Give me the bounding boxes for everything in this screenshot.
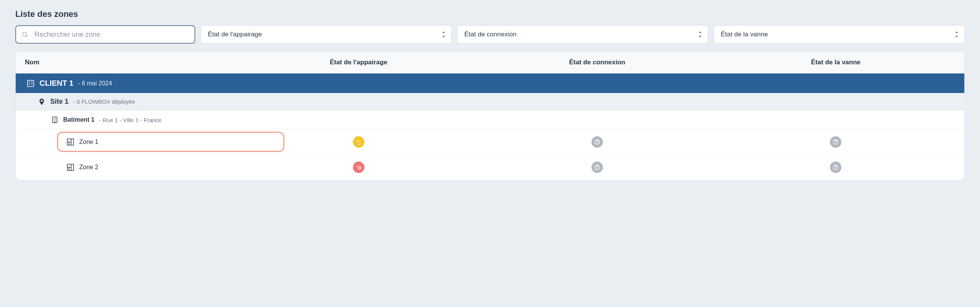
col-valve: État de la vanne (717, 59, 955, 66)
page-title: Liste des zones (15, 9, 965, 19)
zone-icon (66, 138, 75, 146)
client-name: CLIENT 1 (39, 79, 74, 88)
chevron-sort-icon (954, 31, 959, 38)
filter-connection[interactable]: État de connexion (457, 25, 708, 44)
filter-valve[interactable]: État de la vanne (714, 25, 965, 44)
unknown-status-icon (830, 162, 841, 173)
col-pairing: État de l'appairage (239, 59, 478, 66)
site-meta: - 0 FLOWBOX déployée (73, 98, 135, 105)
zones-table: Nom État de l'appairage État de connexio… (15, 51, 965, 180)
unknown-status-icon (830, 136, 841, 148)
svg-point-0 (23, 32, 27, 36)
building-row[interactable]: Batiment 1 - Rue 1 - Ville 1 - France (16, 111, 964, 129)
zone-icon (66, 163, 75, 171)
valve-cell (717, 162, 955, 173)
zone-row[interactable]: Zone 1 (16, 129, 964, 155)
connection-cell (478, 162, 716, 173)
pairing-pending-icon (353, 162, 364, 173)
svg-point-34 (836, 168, 836, 169)
search-icon (21, 31, 28, 38)
zone-name: Zone 2 (79, 164, 98, 171)
chevron-sort-icon (441, 31, 446, 38)
unknown-status-icon (591, 136, 603, 148)
svg-rect-9 (52, 117, 57, 123)
filter-connection-label: État de connexion (464, 31, 516, 38)
search-wrap (15, 25, 195, 44)
zone-name-cell: Zone 2 (25, 163, 239, 171)
col-name: Nom (25, 59, 239, 66)
client-row[interactable]: CLIENT 1 - 6 mai 2024 (16, 73, 964, 93)
col-connection: État de connexion (478, 59, 716, 66)
building-name: Batiment 1 (63, 116, 95, 123)
table-header: Nom État de l'appairage État de connexio… (16, 52, 964, 73)
filters-bar: État de l'appairage État de connexion Ét… (15, 25, 965, 44)
building-icon (51, 116, 59, 124)
svg-line-1 (26, 36, 27, 37)
building-meta: - Rue 1 - Ville 1 - France (99, 117, 162, 123)
pairing-in-progress-icon (353, 136, 364, 148)
zone-name: Zone 1 (79, 139, 98, 145)
search-input[interactable] (15, 25, 195, 44)
site-name: Site 1 (50, 98, 69, 106)
svg-point-32 (597, 168, 597, 169)
filter-valve-label: État de la vanne (721, 31, 768, 38)
filter-pairing-label: État de l'appairage (208, 31, 262, 38)
zone-row[interactable]: Zone 2 (16, 155, 964, 180)
pairing-cell (239, 136, 478, 148)
enterprise-icon (26, 79, 35, 88)
connection-cell (478, 136, 716, 148)
pairing-cell (239, 162, 478, 173)
chevron-sort-icon (698, 31, 702, 38)
client-meta: - 6 mai 2024 (78, 80, 112, 87)
location-pin-icon (38, 98, 46, 106)
filter-pairing[interactable]: État de l'appairage (201, 25, 452, 44)
svg-point-25 (836, 143, 836, 144)
svg-point-23 (597, 143, 597, 144)
site-row[interactable]: Site 1 - 0 FLOWBOX déployée (16, 93, 964, 111)
unknown-status-icon (591, 162, 603, 173)
zone-name-cell: Zone 1 (25, 138, 239, 146)
valve-cell (717, 136, 955, 148)
svg-rect-2 (28, 80, 34, 87)
